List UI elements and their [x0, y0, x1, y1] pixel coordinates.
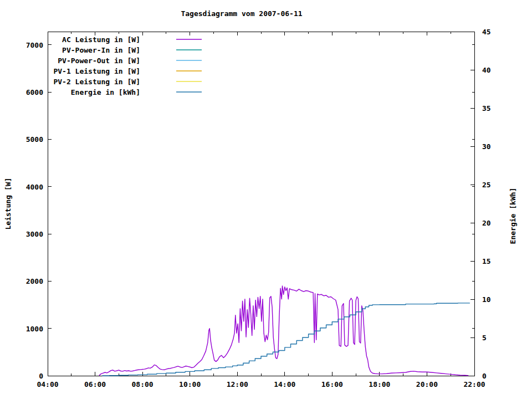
y2-tick-label: 40: [482, 66, 491, 74]
x-tick-label: 06:00: [84, 380, 106, 388]
y2-tick-label: 25: [482, 181, 491, 189]
x-tick-label: 04:00: [37, 380, 58, 388]
legend-item-label: Energie in [kWh]: [24, 88, 140, 96]
y2-tick-label: 30: [482, 142, 491, 151]
series-ac-leistung-in-w-line: [99, 286, 469, 376]
y-tick-label: 2000: [8, 277, 43, 285]
y2-tick-label: 45: [482, 28, 491, 36]
y2-tick-label: 20: [482, 219, 491, 227]
x-tick-label: 22:00: [463, 380, 485, 388]
x-tick-label: 16:00: [321, 380, 343, 388]
y-tick-label: 3000: [8, 230, 43, 238]
legend-item-label: PV-Power-In in [W]: [24, 46, 140, 54]
y2-tick-label: 35: [482, 104, 491, 112]
x-tick-label: 20:00: [416, 380, 438, 388]
y-tick-label: 1000: [8, 324, 43, 332]
x-tick-label: 10:00: [179, 380, 201, 388]
legend-item-label: PV-2 Leistung in [W]: [24, 78, 140, 86]
series-energie-in-kwh-line: [102, 303, 469, 376]
y-tick-label: 5000: [8, 135, 43, 144]
y-tick-label: 4000: [8, 182, 43, 191]
y-tick-label: 0: [8, 372, 43, 380]
legend-item-label: AC Leistung in [W]: [24, 35, 140, 44]
daily-pv-chart: Tagesdiagramm vom 2007-06-11 Leistung [W…: [0, 0, 532, 399]
x-tick-label: 12:00: [227, 380, 248, 388]
legend-item-label: PV-Power-Out in [W]: [24, 57, 140, 65]
legend-item-label: PV-1 Leistung in [W]: [24, 67, 140, 75]
y2-tick-label: 15: [482, 257, 491, 265]
x-tick-label: 18:00: [369, 380, 390, 388]
y2-tick-label: 0: [482, 372, 487, 380]
x-tick-label: 14:00: [274, 380, 295, 388]
y2-tick-label: 5: [482, 334, 487, 342]
x-tick-label: 08:00: [132, 380, 154, 388]
y2-tick-label: 10: [482, 295, 491, 304]
